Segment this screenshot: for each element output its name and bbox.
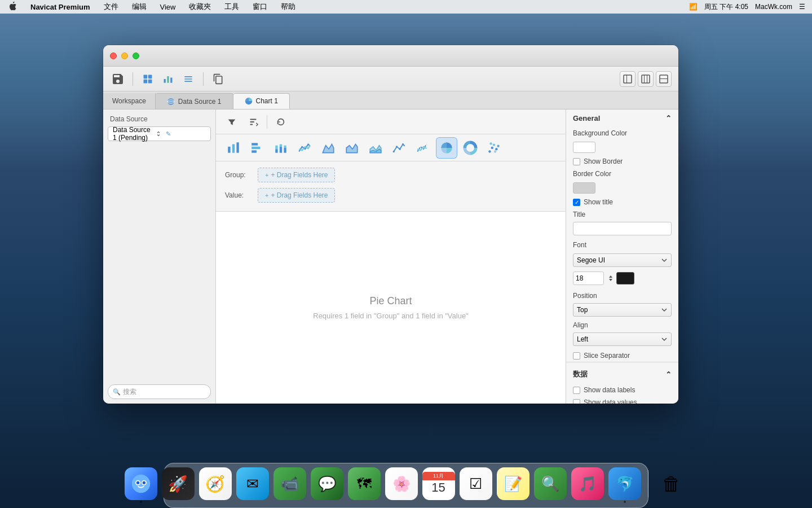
maximize-button[interactable] — [133, 52, 139, 59]
dock-finder[interactable] — [125, 467, 157, 500]
new-datasource-button[interactable] — [140, 71, 156, 87]
general-collapse-icon: ⌃ — [665, 114, 672, 122]
bg-color-swatch-row — [566, 139, 678, 155]
dock-navicat[interactable]: 🐬 — [608, 467, 641, 500]
horizontal-bar-chart-btn[interactable] — [246, 137, 268, 159]
position-select[interactable]: Top — [573, 303, 672, 317]
value-drop-icon: + — [265, 192, 268, 199]
datasource-tab-label: Data Source 1 — [178, 98, 222, 106]
toolbar-sep-2 — [203, 72, 204, 86]
show-data-values-checkbox[interactable] — [573, 399, 580, 404]
bg-color-swatch[interactable] — [573, 142, 595, 153]
svg-rect-28 — [284, 148, 286, 153]
line2-chart-btn[interactable] — [389, 137, 410, 159]
dock-photos[interactable]: 🌸 — [385, 467, 418, 500]
center-panel: Group: + + Drag Fields Here Value: + + D… — [216, 110, 566, 404]
title-label-row: Title — [566, 208, 678, 221]
font-select[interactable]: Segoe UI — [573, 253, 672, 267]
area2-chart-btn[interactable] — [365, 137, 386, 159]
align-select[interactable]: Left — [573, 332, 672, 346]
scatter-chart-btn[interactable] — [483, 137, 505, 159]
sort-button[interactable] — [244, 113, 262, 131]
chart-tab[interactable]: Chart 1 — [233, 93, 290, 109]
svg-point-52 — [142, 481, 145, 484]
copy-button[interactable] — [210, 71, 226, 87]
font-size-input[interactable]: 18 — [573, 271, 604, 285]
line-chart-btn[interactable] — [294, 137, 315, 159]
dock-findmy[interactable]: 🔍 — [534, 467, 567, 500]
dock-mail[interactable]: ✉ — [236, 467, 269, 500]
dock-launchpad[interactable]: 🚀 — [162, 467, 195, 500]
layout-btn-3[interactable] — [656, 71, 672, 87]
border-color-swatch[interactable] — [573, 182, 595, 194]
dock-trash[interactable]: 🗑 — [655, 467, 688, 500]
group-drop-zone[interactable]: + + Drag Fields Here — [258, 168, 335, 182]
menu-favorites[interactable]: 收藏夾 — [187, 1, 213, 13]
slice-separator-label: Slice Separator — [584, 352, 630, 360]
show-border-checkbox[interactable] — [573, 158, 580, 165]
dropdown-arrows — [156, 131, 161, 137]
border-color-row: Border Color — [566, 168, 678, 180]
dock-reminders[interactable]: ☑ — [460, 467, 492, 500]
menu-help[interactable]: 帮助 — [279, 1, 298, 13]
menu-extra-icon[interactable]: ☰ — [799, 3, 805, 11]
dock-safari[interactable]: 🧭 — [199, 467, 232, 500]
stepper-down-icon[interactable] — [608, 278, 613, 282]
bar-chart-btn[interactable] — [223, 137, 244, 159]
chart-placeholder-title: Pie Chart — [369, 295, 412, 307]
apple-menu[interactable] — [7, 1, 19, 14]
menu-file[interactable]: 文件 — [102, 1, 121, 13]
search-bar[interactable]: 🔍 搜索 — [108, 384, 211, 399]
menu-edit[interactable]: 编辑 — [130, 1, 149, 13]
data-section-header[interactable]: 数据 ⌃ — [566, 365, 678, 384]
svg-point-42 — [491, 146, 493, 148]
donut-chart-btn[interactable] — [460, 137, 481, 159]
add-button[interactable] — [180, 71, 196, 87]
layout-btn-2[interactable] — [638, 71, 654, 87]
minimize-button[interactable] — [121, 52, 128, 59]
datasource-tab[interactable]: Data Source 1 — [156, 93, 233, 109]
workspace-tab[interactable]: Workspace — [103, 93, 156, 109]
close-button[interactable] — [110, 52, 117, 59]
svg-rect-13 — [660, 78, 668, 79]
datasource-dropdown[interactable]: Data Source 1 (Pending) ✎ — [108, 126, 211, 141]
area-chart-btn[interactable] — [341, 137, 363, 159]
value-drop-text: + Drag Fields Here — [271, 191, 328, 199]
line3-chart-btn[interactable] — [412, 137, 434, 159]
edit-icon[interactable]: ✎ — [166, 130, 206, 138]
right-panel: General ⌃ Background Color Show Border — [566, 110, 678, 404]
menu-view[interactable]: View — [158, 2, 178, 12]
pie-chart-btn[interactable] — [436, 137, 457, 159]
chart-button[interactable] — [160, 71, 176, 87]
app-name[interactable]: Navicat Premium — [28, 2, 92, 12]
font-size-stepper[interactable] — [608, 275, 613, 282]
menu-tools[interactable]: 工具 — [222, 1, 241, 13]
title-input[interactable] — [573, 222, 672, 235]
window-titlebar — [103, 45, 678, 67]
svg-rect-21 — [251, 143, 258, 145]
show-data-labels-checkbox[interactable] — [573, 387, 580, 394]
app-window: Workspace Data Source 1 Chart 1 Data Sou… — [103, 45, 678, 404]
filter-button[interactable] — [223, 113, 241, 131]
refresh-button[interactable] — [272, 113, 290, 131]
dock-calendar[interactable]: 11月 15 — [422, 467, 455, 500]
show-title-checkbox[interactable]: ✓ — [573, 199, 580, 206]
slice-separator-checkbox[interactable] — [573, 352, 580, 360]
svg-marker-30 — [323, 144, 334, 152]
dock-messages[interactable]: 💬 — [311, 467, 343, 500]
svg-point-37 — [402, 143, 404, 144]
dock-facetime[interactable]: 📹 — [273, 467, 306, 500]
save-button[interactable] — [110, 71, 126, 87]
dock-music[interactable]: 🎵 — [571, 467, 604, 500]
stacked-bar-chart-btn[interactable] — [270, 137, 292, 159]
mountain-chart-btn[interactable] — [317, 137, 339, 159]
font-color-swatch[interactable] — [616, 272, 634, 284]
general-section-header[interactable]: General ⌃ — [566, 110, 678, 127]
title-label: Title — [573, 211, 672, 218]
svg-rect-9 — [642, 75, 650, 83]
dock-maps[interactable]: 🗺 — [348, 467, 381, 500]
value-drop-zone[interactable]: + + Drag Fields Here — [258, 188, 335, 203]
dock-notes[interactable]: 📝 — [497, 467, 529, 500]
menu-window[interactable]: 窗口 — [250, 1, 270, 13]
layout-btn-1[interactable] — [620, 71, 636, 87]
